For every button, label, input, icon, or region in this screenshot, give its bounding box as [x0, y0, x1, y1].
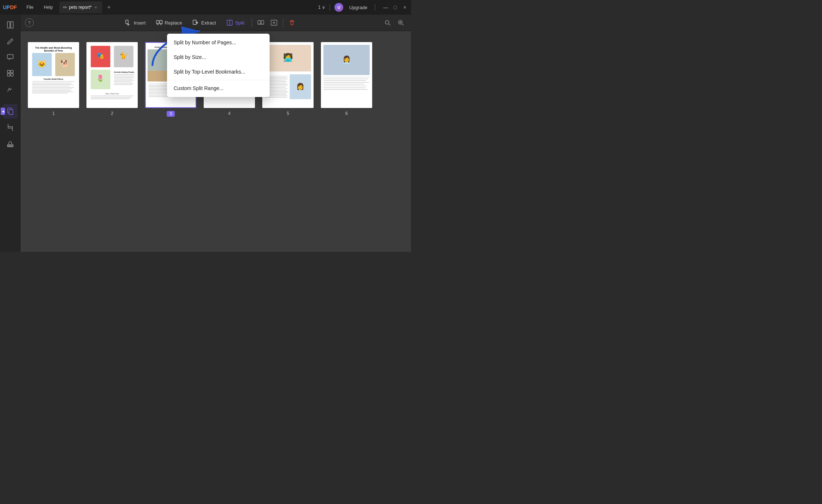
delete-icon: [288, 19, 296, 26]
thumbnail-item[interactable]: 🎭 🐈 🌷 Animals Helping People: [86, 42, 138, 116]
svg-rect-118: [323, 84, 364, 84]
page-thumbnail[interactable]: 👩‍💼: [321, 42, 372, 108]
split-by-size-option[interactable]: Split by Size...: [167, 50, 270, 64]
svg-text:🐈: 🐈: [119, 52, 127, 60]
flatten-icon: [257, 19, 264, 26]
insert-button[interactable]: Insert: [121, 17, 150, 28]
svg-rect-2: [7, 55, 13, 59]
maximize-button[interactable]: □: [392, 4, 399, 11]
toolbar: ? Insert Replac: [21, 15, 411, 31]
svg-rect-55: [91, 96, 134, 96]
split-dropdown-menu: Split by Number of Pages... Split by Siz…: [167, 34, 270, 97]
svg-rect-6: [11, 74, 13, 76]
svg-rect-120: [323, 87, 366, 88]
svg-rect-52: [114, 83, 133, 83]
svg-rect-119: [323, 86, 367, 86]
page-number: 1: [318, 5, 321, 10]
document-tab[interactable]: ✏ pets report* ×: [59, 1, 102, 13]
page-thumbnail[interactable]: 🎭 🐈 🌷 Animals Helping People: [86, 42, 138, 108]
compress-icon: [270, 19, 278, 26]
svg-text:Possible Health Effects: Possible Health Effects: [44, 78, 63, 80]
sidebar-item-comment[interactable]: [3, 50, 18, 64]
sidebar-item-pages[interactable]: ◀: [3, 104, 18, 119]
page-thumbnail[interactable]: The Health and Mood-Boosting Benefits of…: [28, 42, 79, 108]
svg-rect-8: [9, 109, 13, 115]
custom-split-range-option[interactable]: Custom Split Range...: [167, 81, 270, 96]
chevron-icon: ∨: [322, 5, 325, 10]
svg-rect-5: [7, 74, 10, 76]
page-thumbnail[interactable]: 👩‍💻 👩: [262, 42, 314, 108]
search-button[interactable]: [382, 17, 393, 29]
svg-rect-17: [261, 20, 264, 24]
svg-rect-50: [114, 80, 134, 81]
svg-rect-117: [323, 82, 369, 82]
svg-rect-53: [114, 84, 133, 85]
page-number-label: 2: [111, 111, 114, 116]
svg-rect-51: [114, 81, 132, 82]
svg-rect-36: [32, 92, 73, 92]
svg-rect-116: [323, 81, 366, 81]
sidebar-item-signature[interactable]: [3, 82, 18, 97]
collapse-arrow: ◀: [1, 108, 5, 115]
svg-rect-9: [7, 145, 13, 146]
svg-rect-30: [32, 83, 71, 83]
svg-text:👩‍💼: 👩‍💼: [342, 55, 352, 65]
left-sidebar: ◀: [0, 15, 21, 252]
logo-up: UP: [3, 4, 10, 10]
sidebar-item-edit[interactable]: [3, 34, 18, 48]
svg-text:Take a Plant Tour: Take a Plant Tour: [105, 93, 119, 95]
svg-text:Animals Helping People: Animals Helping People: [114, 71, 134, 73]
page-number-label: 6: [345, 111, 348, 116]
delete-button[interactable]: [286, 17, 298, 29]
new-tab-button[interactable]: +: [105, 4, 113, 11]
svg-text:👩: 👩: [296, 82, 304, 90]
svg-rect-34: [32, 89, 72, 89]
sidebar-item-read[interactable]: [3, 18, 18, 32]
extract-icon: [192, 19, 199, 26]
replace-button[interactable]: Replace: [152, 17, 187, 28]
thumbnail-item[interactable]: 👩‍💻 👩: [262, 42, 314, 116]
page-indicator[interactable]: 1 ∨: [318, 5, 325, 10]
split-by-bookmarks-label: Split by Top-Level Bookmarks...: [174, 69, 245, 75]
extract-button[interactable]: Extract: [188, 17, 220, 28]
svg-text:🎭: 🎭: [96, 52, 104, 60]
svg-text:🐱: 🐱: [37, 60, 47, 68]
help-button[interactable]: ?: [25, 18, 34, 27]
separator: [330, 4, 330, 11]
svg-rect-16: [258, 20, 260, 24]
replace-icon: [156, 19, 163, 26]
user-avatar: U: [334, 3, 343, 12]
app-logo: UPDF: [3, 4, 17, 10]
svg-rect-4: [11, 70, 13, 73]
tab-icon: ✏: [63, 4, 67, 10]
split-button[interactable]: Split: [222, 17, 249, 28]
svg-rect-10: [7, 146, 13, 147]
main-layout: ◀ ?: [0, 15, 411, 252]
svg-text:🌷: 🌷: [96, 74, 104, 82]
sidebar-item-stamp[interactable]: [3, 136, 18, 151]
split-by-pages-option[interactable]: Split by Number of Pages...: [167, 35, 270, 50]
zoom-in-button[interactable]: [395, 17, 407, 29]
split-by-bookmarks-option[interactable]: Split by Top-Level Bookmarks...: [167, 64, 270, 79]
window-controls: — □ ×: [382, 4, 408, 11]
close-button[interactable]: ×: [401, 4, 408, 11]
page-number-label: 4: [228, 111, 231, 116]
page-number-label: 5: [287, 111, 289, 116]
svg-rect-32: [32, 86, 70, 86]
sidebar-item-crop[interactable]: [3, 120, 18, 135]
help-menu[interactable]: Help: [40, 1, 56, 13]
compress-button[interactable]: [268, 17, 280, 29]
page-number-label: 3: [167, 111, 175, 117]
tab-close-button[interactable]: ×: [93, 4, 98, 10]
search-icon: [384, 19, 391, 26]
svg-rect-56: [91, 97, 132, 97]
sidebar-item-organize[interactable]: [3, 66, 18, 81]
toolbar-separator2: [283, 18, 283, 27]
file-menu[interactable]: File: [23, 1, 37, 13]
upgrade-button[interactable]: Upgrade: [346, 3, 370, 12]
thumbnail-item[interactable]: The Health and Mood-Boosting Benefits of…: [28, 42, 79, 116]
svg-rect-11: [126, 20, 128, 23]
thumbnail-item[interactable]: 👩‍💼 6: [321, 42, 372, 116]
minimize-button[interactable]: —: [382, 4, 389, 11]
flatten-button[interactable]: [255, 17, 267, 29]
